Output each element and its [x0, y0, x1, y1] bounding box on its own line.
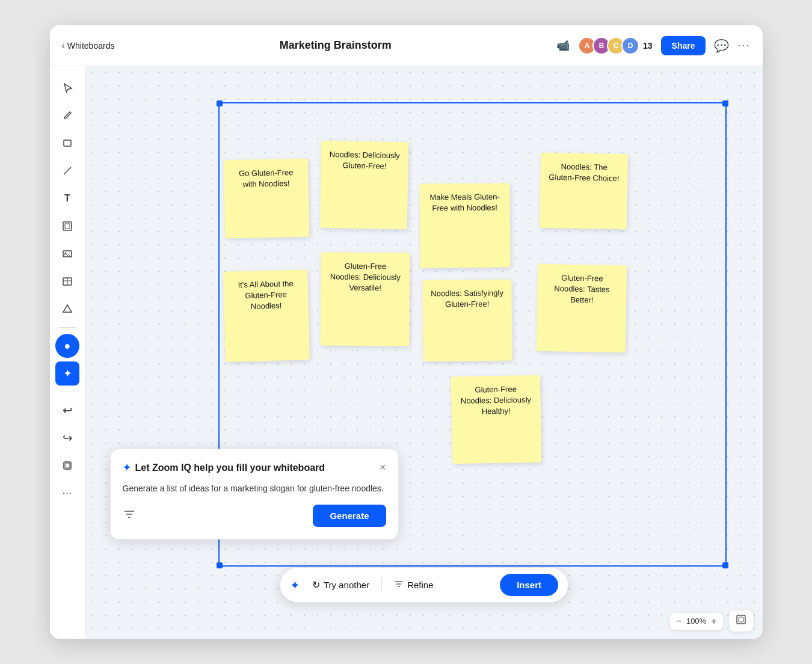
ai-panel-body: Generate a list of ideas for a marketing…: [123, 482, 386, 495]
avatar: D: [621, 37, 639, 55]
status-bar: − 100% +: [670, 610, 753, 632]
canvas[interactable]: Go Gluten-Free with Noodles! Noodles: De…: [86, 66, 763, 639]
header: ‹ Whiteboards Marketing Brainstorm 📹 A B…: [50, 25, 763, 66]
table-tool[interactable]: [55, 269, 79, 294]
layers-panel-button[interactable]: [729, 610, 753, 632]
svg-rect-3: [65, 224, 70, 229]
sticky-note-7[interactable]: Noodles: Satisfyingly Gluten-Free!: [422, 279, 512, 361]
pen-tool[interactable]: [55, 103, 79, 128]
frame-tool[interactable]: [55, 214, 79, 238]
text-tool[interactable]: T: [55, 186, 79, 211]
svg-rect-0: [64, 140, 71, 146]
zoom-level: 100%: [686, 616, 706, 626]
sticky-note-4[interactable]: Noodles: The Gluten-Free Choice!: [539, 153, 627, 230]
sparkle-icon: ✦: [123, 462, 131, 473]
zoom-out-button[interactable]: −: [676, 616, 681, 627]
ai-tool[interactable]: ✦: [55, 361, 79, 386]
participant-count: 13: [643, 41, 653, 51]
selection-handle-bl[interactable]: [217, 562, 223, 568]
redo-button[interactable]: ↪: [55, 426, 79, 450]
sticky-note-2[interactable]: Noodles: Deliciously Gluten-Free!: [319, 141, 408, 230]
rectangle-tool[interactable]: [55, 131, 79, 155]
sticky-note-9[interactable]: Gluten-Free Noodles: Deliciously Healthy…: [451, 375, 541, 464]
refine-icon: [394, 579, 404, 591]
try-another-button[interactable]: ↻ Try another: [306, 576, 375, 594]
sticky-note-1[interactable]: Go Gluten-Free with Noodles!: [223, 159, 309, 238]
video-icon[interactable]: 📹: [556, 39, 570, 52]
generate-button[interactable]: Generate: [313, 505, 386, 527]
cursor-tool[interactable]: [55, 76, 79, 100]
line-tool[interactable]: [55, 159, 79, 183]
close-panel-button[interactable]: ×: [380, 461, 386, 474]
back-button[interactable]: ‹ Whiteboards: [62, 40, 115, 51]
toolbar-divider-2: [58, 392, 76, 392]
page-title: Marketing Brainstorm: [124, 39, 547, 52]
circle-tool[interactable]: ●: [55, 334, 79, 358]
main-content: T ● ✦ ↩ ↪ ···: [50, 66, 763, 639]
filter-icon-button[interactable]: [123, 508, 136, 524]
ai-panel-footer: Generate: [123, 505, 386, 527]
more-options-icon[interactable]: ···: [737, 39, 750, 52]
sticky-note-6[interactable]: Gluten-Free Noodles: Deliciously Versati…: [320, 252, 410, 346]
comment-icon[interactable]: 💬: [714, 38, 729, 53]
svg-line-1: [64, 167, 71, 174]
sticky-note-3[interactable]: Make Meals Gluten-Free with Noodles!: [419, 183, 510, 268]
image-tool[interactable]: [55, 242, 79, 266]
shapes-tool[interactable]: [55, 297, 79, 321]
action-bar: ✦ ↻ Try another Refine Insert: [280, 567, 568, 603]
layers-button[interactable]: [55, 453, 79, 478]
ai-panel-header: ✦ Let Zoom IQ help you fill your whitebo…: [123, 461, 386, 474]
apps-button[interactable]: ···: [55, 481, 79, 505]
sparkle-bar-icon: ✦: [290, 578, 300, 592]
insert-button[interactable]: Insert: [500, 574, 558, 596]
toolbar-divider: [58, 327, 76, 328]
ai-panel-title: ✦ Let Zoom IQ help you fill your whitebo…: [123, 462, 325, 473]
back-label: Whiteboards: [67, 41, 115, 51]
sticky-note-5[interactable]: It's All About the Gluten-Free Noodles!: [223, 269, 310, 362]
svg-rect-11: [65, 463, 70, 468]
zoom-controls: − 100% +: [670, 613, 723, 630]
selection-handle-tl[interactable]: [217, 100, 223, 106]
toolbar: T ● ✦ ↩ ↪ ···: [50, 66, 86, 639]
selection-handle-br[interactable]: [722, 562, 728, 568]
undo-button[interactable]: ↩: [55, 398, 79, 422]
participant-avatars[interactable]: A B C D 13: [578, 37, 653, 55]
back-chevron-icon: ‹: [62, 40, 65, 51]
svg-rect-19: [739, 617, 743, 622]
sticky-note-8[interactable]: Gluten-Free Noodles: Tastes Better!: [536, 264, 627, 353]
svg-rect-2: [63, 222, 72, 230]
zoom-in-button[interactable]: +: [711, 616, 716, 627]
refresh-icon: ↻: [312, 579, 320, 591]
bar-divider: [381, 578, 382, 592]
svg-marker-9: [63, 305, 72, 312]
selection-handle-tr[interactable]: [722, 100, 728, 106]
header-right: 📹 A B C D 13 Share 💬 ···: [556, 36, 751, 55]
svg-rect-18: [737, 615, 745, 624]
share-button[interactable]: Share: [661, 36, 706, 55]
ai-panel: ✦ Let Zoom IQ help you fill your whitebo…: [110, 449, 399, 540]
refine-button[interactable]: Refine: [388, 576, 439, 594]
